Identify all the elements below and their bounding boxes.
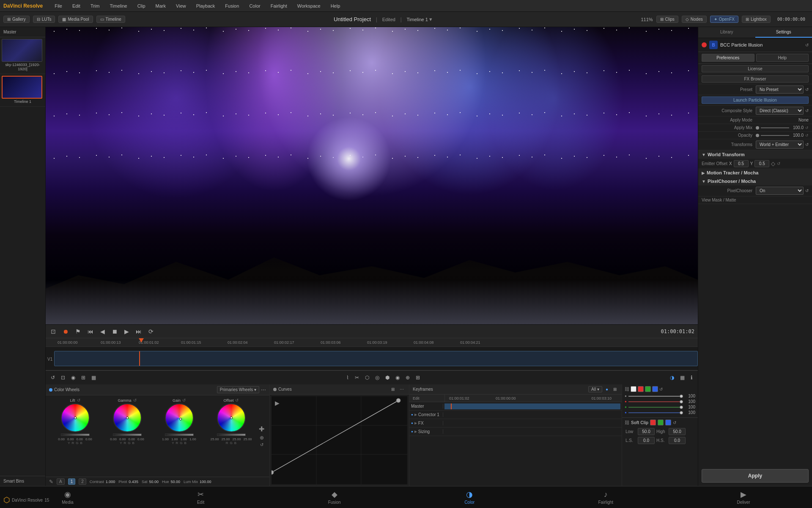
blur-tool[interactable]: ⬢: [384, 374, 391, 381]
soft-clip-link[interactable]: ⛓: [625, 420, 629, 425]
launch-button[interactable]: Launch Particle Illusion: [702, 97, 809, 104]
window-tool[interactable]: ⬡: [363, 374, 371, 381]
nav-fairlight[interactable]: ♪ Fairlight: [592, 489, 620, 506]
loop-button[interactable]: ⟳: [147, 327, 155, 336]
tab-settings[interactable]: Settings: [755, 27, 812, 38]
gamma-reset[interactable]: ↺: [133, 398, 137, 403]
flag-button[interactable]: ⚑: [74, 327, 82, 336]
menu-edit[interactable]: Edit: [71, 3, 82, 8]
edit-link-button[interactable]: ⛓: [625, 387, 629, 392]
color-tool-2[interactable]: ⊡: [59, 374, 67, 381]
stop-button[interactable]: ⏹: [110, 327, 119, 336]
num-2-button[interactable]: 2: [79, 478, 86, 485]
num-1-button[interactable]: 1: [68, 478, 76, 485]
emitter-offset-reset[interactable]: ↺: [777, 161, 780, 166]
fx-browser-button[interactable]: FX Browser: [702, 75, 809, 83]
menu-timeline[interactable]: Timeline: [108, 3, 129, 8]
histogram-button[interactable]: ▦: [678, 374, 686, 381]
nav-edit[interactable]: ✂ Edit: [190, 488, 211, 506]
openfx-button[interactable]: ✦ OpenFX: [710, 16, 738, 23]
gain-color-wheel[interactable]: [165, 403, 194, 432]
pixelchooser-dropdown[interactable]: On: [756, 187, 804, 195]
preset-dropdown[interactable]: No Preset: [756, 86, 804, 94]
color-tool-5[interactable]: ▦: [90, 374, 98, 381]
color-tool-4[interactable]: ⊞: [80, 374, 87, 381]
kf-expand[interactable]: ⊞: [612, 386, 618, 392]
nav-fusion[interactable]: ◆ Fusion: [321, 488, 348, 506]
preset-reset-button[interactable]: ↺: [805, 87, 809, 92]
composite-style-dropdown[interactable]: Direct (Classic): [756, 107, 804, 115]
emitter-y-input[interactable]: [754, 160, 769, 167]
nav-media[interactable]: ◉ Media: [55, 488, 80, 506]
license-button[interactable]: License: [702, 65, 809, 72]
clips-button[interactable]: ⊞ Clips: [656, 16, 678, 23]
menu-color[interactable]: Color: [247, 3, 262, 8]
record-button[interactable]: ⏺: [61, 327, 70, 336]
lift-reset[interactable]: ↺: [77, 398, 80, 403]
gain-reset[interactable]: ↺: [182, 398, 186, 403]
soft-clip-reset[interactable]: ↺: [673, 420, 676, 425]
lightbox-button[interactable]: ⊞ Lightbox: [742, 16, 771, 23]
offset-color-wheel[interactable]: [217, 403, 246, 432]
tab-library[interactable]: Library: [698, 27, 755, 38]
media-item-timeline[interactable]: Timeline 1: [0, 74, 45, 107]
composite-reset-button[interactable]: ↺: [805, 108, 809, 113]
menu-fairlight[interactable]: Fairlight: [269, 3, 289, 8]
menu-view[interactable]: View: [174, 3, 188, 8]
tab-preferences[interactable]: Preferences: [702, 54, 754, 62]
media-item-clip[interactable]: sky-1246033_[1920-1920]: [0, 37, 45, 74]
menu-fusion[interactable]: Fusion: [223, 3, 241, 8]
add-node-button[interactable]: ✚: [259, 425, 264, 433]
curves-options[interactable]: ⋯: [398, 386, 406, 392]
world-transform-header[interactable]: ▼ World Transform: [698, 150, 812, 159]
nav-color[interactable]: ◑ Color: [458, 488, 481, 506]
transforms-dropdown[interactable]: World + Emitter: [756, 141, 804, 149]
color-tool-1[interactable]: ↺: [49, 374, 57, 381]
lift-color-wheel[interactable]: [61, 403, 90, 432]
high-value[interactable]: 50.0: [669, 428, 686, 435]
low-value[interactable]: 50.0: [638, 428, 655, 435]
picker-tool[interactable]: ✎: [49, 479, 53, 485]
timeline-button[interactable]: ▭ Timeline: [96, 16, 125, 23]
menu-workspace[interactable]: Workspace: [296, 3, 322, 8]
play-button[interactable]: ▶: [123, 327, 131, 336]
skip-back-button[interactable]: ⏮: [86, 327, 95, 336]
menu-playback[interactable]: Playback: [195, 3, 217, 8]
opacity-reset[interactable]: ↺: [805, 133, 809, 138]
3d-tool[interactable]: ⊕: [404, 374, 411, 381]
skip-forward-button[interactable]: ⏭: [134, 327, 143, 336]
luts-button[interactable]: ⊟ LUTs: [33, 16, 55, 23]
menu-clip[interactable]: Clip: [136, 3, 147, 8]
gallery-button[interactable]: ⊞ Gallery: [3, 16, 30, 23]
curve-tool[interactable]: ⌇: [345, 374, 351, 381]
ab-toggle[interactable]: A: [57, 478, 65, 485]
primaries-wheels-dropdown[interactable]: Primaries Wheels ▾: [217, 386, 259, 393]
apply-mix-reset[interactable]: ↺: [805, 126, 809, 130]
nodes-button[interactable]: ◇ Nodes: [682, 16, 707, 23]
menu-help[interactable]: Help: [329, 3, 342, 8]
wheels-options-button[interactable]: ⋯: [261, 387, 266, 393]
motion-tracker-header[interactable]: ▶ Motion Tracker / Mocha: [698, 168, 812, 177]
tracker-tool[interactable]: ◎: [373, 374, 381, 381]
ls-value[interactable]: 0.0: [638, 437, 655, 444]
pixelchooser-header[interactable]: ▼ PixelChooser / Mocha: [698, 177, 812, 185]
nav-deliver[interactable]: ▶ Deliver: [730, 488, 757, 506]
kf-dot-indicator[interactable]: ●: [604, 386, 610, 392]
gallery-tool[interactable]: ⊞: [414, 374, 422, 381]
menu-trim[interactable]: Trim: [89, 3, 102, 8]
key-tool[interactable]: ◉: [394, 374, 401, 381]
menu-mark[interactable]: Mark: [154, 3, 167, 8]
offset-reset[interactable]: ↺: [235, 398, 239, 403]
keyframes-mode-dropdown[interactable]: All ▾: [588, 386, 602, 392]
step-back-button[interactable]: ◀: [99, 327, 107, 336]
emitter-offset-keyframe[interactable]: ◇: [771, 160, 775, 167]
cross-button[interactable]: ⊕: [260, 435, 264, 441]
curves-expand[interactable]: ⊞: [390, 386, 396, 392]
viewer[interactable]: [46, 27, 698, 324]
media-pool-button[interactable]: ▦ Media Pool: [58, 16, 93, 23]
curves-canvas-area[interactable]: ▶: [272, 396, 407, 484]
scope-button[interactable]: ◑: [668, 374, 676, 381]
apply-button[interactable]: Apply: [702, 469, 809, 483]
pixelchooser-reset[interactable]: ↺: [805, 188, 809, 193]
channel-reset-button[interactable]: ↺: [659, 387, 663, 392]
